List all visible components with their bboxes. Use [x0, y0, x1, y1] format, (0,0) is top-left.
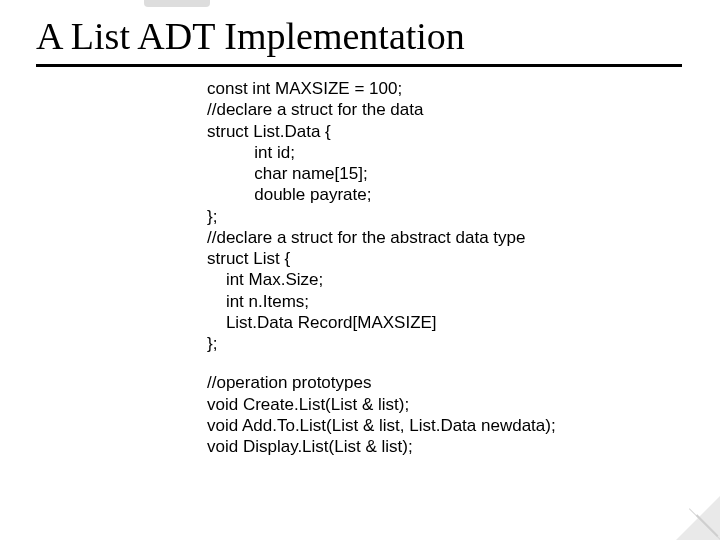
code-line: //declare a struct for the abstract data… — [207, 227, 677, 248]
code-line: void Display.List(List & list); — [207, 436, 677, 457]
code-line: struct List { — [207, 248, 677, 269]
slide: A List ADT Implementation const int MAXS… — [0, 0, 720, 540]
code-line: char name[15]; — [207, 163, 677, 184]
code-line: int id; — [207, 142, 677, 163]
code-line: double payrate; — [207, 184, 677, 205]
code-line: //declare a struct for the data — [207, 99, 677, 120]
code-line: void Create.List(List & list); — [207, 394, 677, 415]
code-line: List.Data Record[MAXSIZE] — [207, 312, 677, 333]
code-block: const int MAXSIZE = 100; //declare a str… — [207, 78, 677, 457]
slide-title: A List ADT Implementation — [36, 14, 465, 58]
tab-shadow-decor — [144, 0, 210, 7]
code-line: const int MAXSIZE = 100; — [207, 78, 677, 99]
code-line: int Max.Size; — [207, 269, 677, 290]
code-line: }; — [207, 333, 677, 354]
page-curl-decor — [672, 492, 720, 540]
code-line: int n.Items; — [207, 291, 677, 312]
code-line: //operation prototypes — [207, 372, 677, 393]
code-line: }; — [207, 206, 677, 227]
code-line: struct List.Data { — [207, 121, 677, 142]
blank-line — [207, 354, 677, 372]
title-underline — [36, 64, 682, 67]
code-line: void Add.To.List(List & list, List.Data … — [207, 415, 677, 436]
